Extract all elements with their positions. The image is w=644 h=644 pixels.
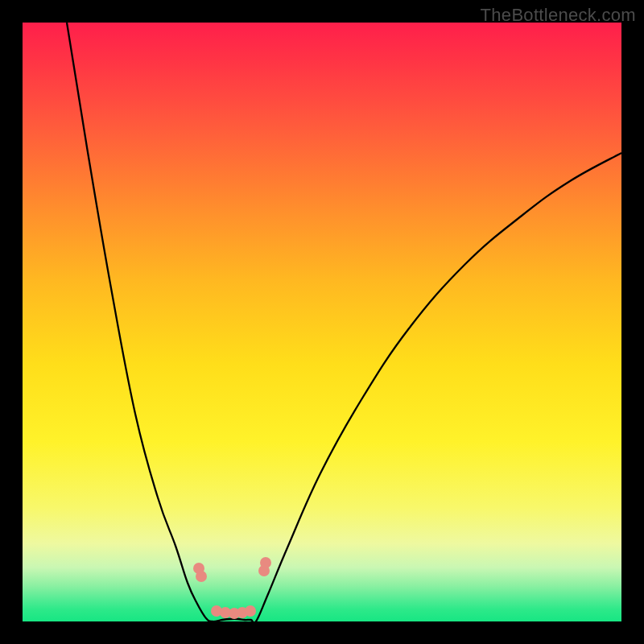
chart-area (23, 23, 621, 621)
bottleneck-curve (23, 23, 621, 621)
highlight-dots (193, 557, 271, 619)
curve-path (67, 23, 621, 623)
highlight-dot (245, 605, 256, 617)
highlight-dot (260, 557, 271, 568)
highlight-dot (196, 571, 207, 582)
